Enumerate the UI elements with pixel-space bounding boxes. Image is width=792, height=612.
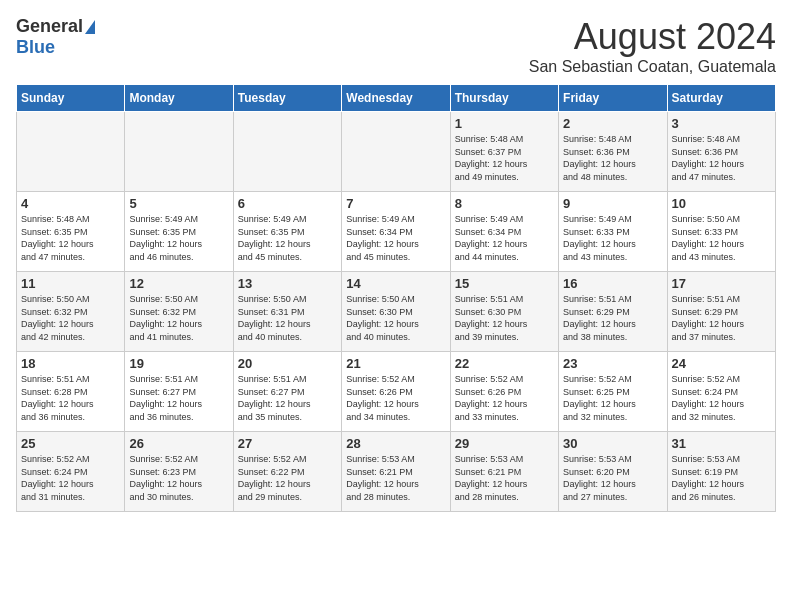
day-detail: Sunrise: 5:51 AM Sunset: 6:27 PM Dayligh… bbox=[238, 373, 337, 423]
day-detail: Sunrise: 5:50 AM Sunset: 6:31 PM Dayligh… bbox=[238, 293, 337, 343]
day-number: 22 bbox=[455, 356, 554, 371]
logo-general-text: General bbox=[16, 16, 83, 37]
day-number: 5 bbox=[129, 196, 228, 211]
day-detail: Sunrise: 5:49 AM Sunset: 6:34 PM Dayligh… bbox=[455, 213, 554, 263]
day-cell: 12Sunrise: 5:50 AM Sunset: 6:32 PM Dayli… bbox=[125, 272, 233, 352]
page-header: General Blue August 2024 San Sebastian C… bbox=[16, 16, 776, 76]
day-detail: Sunrise: 5:51 AM Sunset: 6:30 PM Dayligh… bbox=[455, 293, 554, 343]
day-cell bbox=[125, 112, 233, 192]
day-cell: 10Sunrise: 5:50 AM Sunset: 6:33 PM Dayli… bbox=[667, 192, 775, 272]
day-cell: 16Sunrise: 5:51 AM Sunset: 6:29 PM Dayli… bbox=[559, 272, 667, 352]
logo: General Blue bbox=[16, 16, 95, 58]
calendar-table: SundayMondayTuesdayWednesdayThursdayFrid… bbox=[16, 84, 776, 512]
header-cell-sunday: Sunday bbox=[17, 85, 125, 112]
calendar-header: SundayMondayTuesdayWednesdayThursdayFrid… bbox=[17, 85, 776, 112]
day-cell: 3Sunrise: 5:48 AM Sunset: 6:36 PM Daylig… bbox=[667, 112, 775, 192]
day-number: 19 bbox=[129, 356, 228, 371]
day-cell: 30Sunrise: 5:53 AM Sunset: 6:20 PM Dayli… bbox=[559, 432, 667, 512]
day-detail: Sunrise: 5:50 AM Sunset: 6:32 PM Dayligh… bbox=[129, 293, 228, 343]
day-cell: 4Sunrise: 5:48 AM Sunset: 6:35 PM Daylig… bbox=[17, 192, 125, 272]
day-cell: 28Sunrise: 5:53 AM Sunset: 6:21 PM Dayli… bbox=[342, 432, 450, 512]
day-number: 29 bbox=[455, 436, 554, 451]
day-cell: 29Sunrise: 5:53 AM Sunset: 6:21 PM Dayli… bbox=[450, 432, 558, 512]
header-cell-friday: Friday bbox=[559, 85, 667, 112]
day-detail: Sunrise: 5:53 AM Sunset: 6:19 PM Dayligh… bbox=[672, 453, 771, 503]
header-cell-saturday: Saturday bbox=[667, 85, 775, 112]
day-cell: 6Sunrise: 5:49 AM Sunset: 6:35 PM Daylig… bbox=[233, 192, 341, 272]
day-number: 2 bbox=[563, 116, 662, 131]
logo-blue-text: Blue bbox=[16, 37, 55, 58]
day-number: 20 bbox=[238, 356, 337, 371]
day-cell: 19Sunrise: 5:51 AM Sunset: 6:27 PM Dayli… bbox=[125, 352, 233, 432]
week-row-1: 1Sunrise: 5:48 AM Sunset: 6:37 PM Daylig… bbox=[17, 112, 776, 192]
day-number: 25 bbox=[21, 436, 120, 451]
day-number: 21 bbox=[346, 356, 445, 371]
day-number: 26 bbox=[129, 436, 228, 451]
day-number: 18 bbox=[21, 356, 120, 371]
day-cell: 31Sunrise: 5:53 AM Sunset: 6:19 PM Dayli… bbox=[667, 432, 775, 512]
day-number: 1 bbox=[455, 116, 554, 131]
day-number: 27 bbox=[238, 436, 337, 451]
day-number: 17 bbox=[672, 276, 771, 291]
day-detail: Sunrise: 5:52 AM Sunset: 6:26 PM Dayligh… bbox=[455, 373, 554, 423]
day-detail: Sunrise: 5:50 AM Sunset: 6:30 PM Dayligh… bbox=[346, 293, 445, 343]
day-number: 30 bbox=[563, 436, 662, 451]
day-detail: Sunrise: 5:52 AM Sunset: 6:25 PM Dayligh… bbox=[563, 373, 662, 423]
logo-icon bbox=[85, 20, 95, 34]
day-detail: Sunrise: 5:49 AM Sunset: 6:35 PM Dayligh… bbox=[238, 213, 337, 263]
day-cell: 9Sunrise: 5:49 AM Sunset: 6:33 PM Daylig… bbox=[559, 192, 667, 272]
day-detail: Sunrise: 5:48 AM Sunset: 6:36 PM Dayligh… bbox=[563, 133, 662, 183]
header-cell-thursday: Thursday bbox=[450, 85, 558, 112]
day-detail: Sunrise: 5:52 AM Sunset: 6:23 PM Dayligh… bbox=[129, 453, 228, 503]
day-cell: 5Sunrise: 5:49 AM Sunset: 6:35 PM Daylig… bbox=[125, 192, 233, 272]
day-detail: Sunrise: 5:50 AM Sunset: 6:33 PM Dayligh… bbox=[672, 213, 771, 263]
day-cell bbox=[17, 112, 125, 192]
day-detail: Sunrise: 5:51 AM Sunset: 6:29 PM Dayligh… bbox=[563, 293, 662, 343]
day-number: 4 bbox=[21, 196, 120, 211]
day-detail: Sunrise: 5:52 AM Sunset: 6:26 PM Dayligh… bbox=[346, 373, 445, 423]
header-cell-tuesday: Tuesday bbox=[233, 85, 341, 112]
day-detail: Sunrise: 5:53 AM Sunset: 6:20 PM Dayligh… bbox=[563, 453, 662, 503]
day-number: 23 bbox=[563, 356, 662, 371]
day-detail: Sunrise: 5:52 AM Sunset: 6:24 PM Dayligh… bbox=[672, 373, 771, 423]
day-cell: 2Sunrise: 5:48 AM Sunset: 6:36 PM Daylig… bbox=[559, 112, 667, 192]
day-detail: Sunrise: 5:49 AM Sunset: 6:35 PM Dayligh… bbox=[129, 213, 228, 263]
day-detail: Sunrise: 5:52 AM Sunset: 6:24 PM Dayligh… bbox=[21, 453, 120, 503]
day-detail: Sunrise: 5:50 AM Sunset: 6:32 PM Dayligh… bbox=[21, 293, 120, 343]
header-cell-wednesday: Wednesday bbox=[342, 85, 450, 112]
day-cell: 23Sunrise: 5:52 AM Sunset: 6:25 PM Dayli… bbox=[559, 352, 667, 432]
day-number: 6 bbox=[238, 196, 337, 211]
calendar-body: 1Sunrise: 5:48 AM Sunset: 6:37 PM Daylig… bbox=[17, 112, 776, 512]
day-cell: 17Sunrise: 5:51 AM Sunset: 6:29 PM Dayli… bbox=[667, 272, 775, 352]
day-cell: 25Sunrise: 5:52 AM Sunset: 6:24 PM Dayli… bbox=[17, 432, 125, 512]
day-cell: 15Sunrise: 5:51 AM Sunset: 6:30 PM Dayli… bbox=[450, 272, 558, 352]
day-number: 11 bbox=[21, 276, 120, 291]
day-number: 7 bbox=[346, 196, 445, 211]
day-number: 31 bbox=[672, 436, 771, 451]
day-cell: 24Sunrise: 5:52 AM Sunset: 6:24 PM Dayli… bbox=[667, 352, 775, 432]
day-cell: 20Sunrise: 5:51 AM Sunset: 6:27 PM Dayli… bbox=[233, 352, 341, 432]
day-detail: Sunrise: 5:48 AM Sunset: 6:37 PM Dayligh… bbox=[455, 133, 554, 183]
day-number: 28 bbox=[346, 436, 445, 451]
header-cell-monday: Monday bbox=[125, 85, 233, 112]
day-detail: Sunrise: 5:48 AM Sunset: 6:36 PM Dayligh… bbox=[672, 133, 771, 183]
day-detail: Sunrise: 5:51 AM Sunset: 6:29 PM Dayligh… bbox=[672, 293, 771, 343]
day-cell: 14Sunrise: 5:50 AM Sunset: 6:30 PM Dayli… bbox=[342, 272, 450, 352]
day-cell: 1Sunrise: 5:48 AM Sunset: 6:37 PM Daylig… bbox=[450, 112, 558, 192]
location: San Sebastian Coatan, Guatemala bbox=[529, 58, 776, 76]
day-number: 12 bbox=[129, 276, 228, 291]
day-number: 13 bbox=[238, 276, 337, 291]
day-number: 15 bbox=[455, 276, 554, 291]
day-cell: 13Sunrise: 5:50 AM Sunset: 6:31 PM Dayli… bbox=[233, 272, 341, 352]
day-number: 10 bbox=[672, 196, 771, 211]
day-number: 8 bbox=[455, 196, 554, 211]
day-number: 16 bbox=[563, 276, 662, 291]
day-cell: 8Sunrise: 5:49 AM Sunset: 6:34 PM Daylig… bbox=[450, 192, 558, 272]
header-row: SundayMondayTuesdayWednesdayThursdayFrid… bbox=[17, 85, 776, 112]
day-detail: Sunrise: 5:49 AM Sunset: 6:33 PM Dayligh… bbox=[563, 213, 662, 263]
day-detail: Sunrise: 5:52 AM Sunset: 6:22 PM Dayligh… bbox=[238, 453, 337, 503]
day-number: 3 bbox=[672, 116, 771, 131]
day-detail: Sunrise: 5:53 AM Sunset: 6:21 PM Dayligh… bbox=[455, 453, 554, 503]
day-number: 9 bbox=[563, 196, 662, 211]
day-cell bbox=[342, 112, 450, 192]
